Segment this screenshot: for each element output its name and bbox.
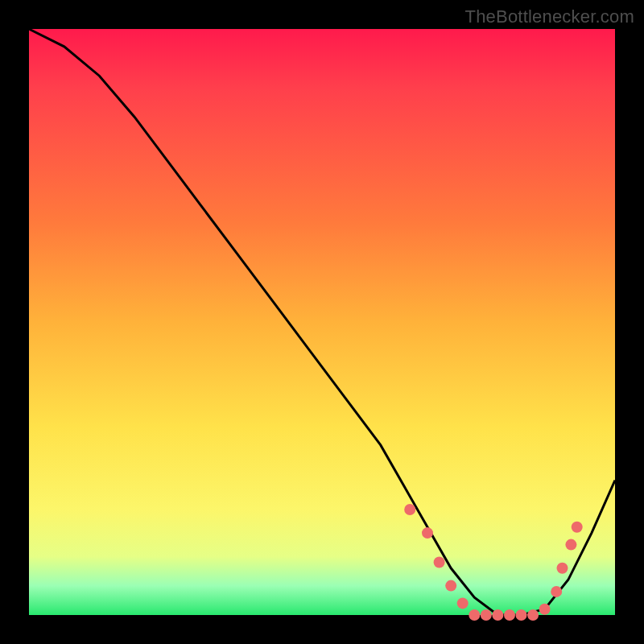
curve-marker	[481, 609, 492, 621]
curve-marker	[469, 609, 480, 621]
curve-line	[29, 29, 615, 615]
curve-marker	[557, 563, 568, 574]
curve-marker	[527, 609, 539, 621]
curve-marker	[445, 580, 456, 592]
curve-marker	[492, 609, 503, 621]
curve-marker	[404, 504, 415, 515]
curve-marker	[422, 527, 433, 539]
curve-marker	[504, 609, 515, 621]
watermark-text: TheBottlenecker.com	[465, 6, 634, 27]
curve-marker	[565, 539, 576, 551]
bottleneck-curve	[29, 29, 615, 615]
curve-marker	[516, 609, 527, 621]
curve-marker	[457, 597, 469, 609]
curve-marker	[572, 522, 583, 533]
chart-frame: TheBottlenecker.com	[0, 0, 644, 644]
curve-marker	[539, 604, 551, 615]
chart-plot-area	[29, 29, 615, 615]
curve-marker	[434, 557, 445, 568]
curve-markers	[404, 504, 583, 621]
curve-marker	[551, 586, 562, 597]
